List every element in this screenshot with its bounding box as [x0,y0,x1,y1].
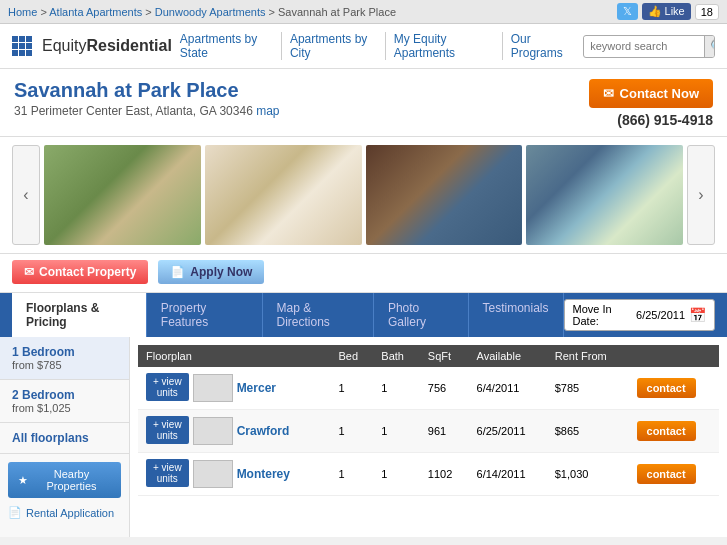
main-nav: Apartments by State Apartments by City M… [172,32,583,60]
view-units-btn-1[interactable]: + viewunits [146,373,189,401]
row1-available: 6/4/2011 [469,367,547,410]
property-info: Savannah at Park Place 31 Perimeter Cent… [0,69,727,137]
tab-map-directions[interactable]: Map & Directions [263,293,374,337]
calendar-icon: 📅 [689,307,706,323]
row2-bed: 1 [331,410,374,453]
property-address: 31 Perimeter Center East, Atlanta, GA 30… [14,104,280,118]
contact-btn-2[interactable]: contact [637,421,696,441]
col-available: Available [469,345,547,367]
logo: EquityResidential [12,36,172,56]
row1-bath: 1 [373,367,420,410]
floorplan-link-2[interactable]: Crawford [237,424,290,438]
row2-rent: $865 [547,410,629,453]
nav-by-city[interactable]: Apartments by City [282,32,386,60]
contact-property-button[interactable]: ✉ Contact Property [12,260,148,284]
header: EquityResidential Apartments by State Ap… [0,24,727,69]
gallery-strip: ‹ › [0,137,727,254]
move-in-date-box[interactable]: Move In Date: 6/25/2011 📅 [564,299,715,331]
move-in-date: 6/25/2011 [636,309,685,321]
breadcrumb-current: Savannah at Park Place [278,6,396,18]
nearby-properties-button[interactable]: ★ Nearby Properties [8,462,121,498]
col-sqft: SqFt [420,345,469,367]
row3-available: 6/14/2011 [469,453,547,496]
phone-number: (866) 915-4918 [589,112,713,128]
row1-bed: 1 [331,367,374,410]
row2-sqft: 961 [420,410,469,453]
apply-icon: 📄 [170,265,185,279]
sidebar-item-1bedroom-title: 1 Bedroom [12,345,117,359]
floorplan-link-3[interactable]: Monterey [237,467,290,481]
col-bath: Bath [373,345,420,367]
gallery-image-2[interactable] [205,145,362,245]
gallery-image-1[interactable] [44,145,201,245]
row2-bath: 1 [373,410,420,453]
property-title: Savannah at Park Place [14,79,280,102]
tabs-bar: Floorplans & Pricing Property Features M… [0,293,727,337]
tabs: Floorplans & Pricing Property Features M… [12,293,564,337]
row1-floorplan: + viewunits Mercer [138,367,331,410]
sidebar-item-all-floorplans[interactable]: All floorplans [0,423,129,454]
tab-testimonials[interactable]: Testimonials [469,293,564,337]
contact-now-button[interactable]: ✉ Contact Now [589,79,713,108]
apply-now-button[interactable]: 📄 Apply Now [158,260,264,284]
twitter-button[interactable]: 𝕏 [617,3,638,20]
col-bed: Bed [331,345,374,367]
gallery-prev-arrow[interactable]: ‹ [12,145,40,245]
floorplan-link-1[interactable]: Mercer [237,381,276,395]
gallery-images [44,145,683,245]
row2-contact: contact [629,410,719,453]
envelope-icon: ✉ [603,86,614,101]
gallery-image-3[interactable] [366,145,523,245]
tab-photo-gallery[interactable]: Photo Gallery [374,293,469,337]
row1-rent: $785 [547,367,629,410]
row3-sqft: 1102 [420,453,469,496]
rental-application-link[interactable]: 📄 Rental Application [8,506,121,519]
tab-property-features[interactable]: Property Features [147,293,263,337]
top-bar: Home > Atlanta Apartments > Dunwoody Apa… [0,0,727,24]
search-box: 🔍 [583,35,715,58]
table-area: Floorplan Bed Bath SqFt Available Rent F… [130,337,727,537]
row1-contact: contact [629,367,719,410]
star-icon: ★ [18,474,28,487]
logo-text: EquityResidential [42,37,172,55]
sidebar-item-1bedroom[interactable]: 1 Bedroom from $785 [0,337,129,380]
view-units-btn-3[interactable]: + viewunits [146,459,189,487]
gallery-image-4[interactable] [526,145,683,245]
sidebar-item-2bedroom[interactable]: 2 Bedroom from $1,025 [0,380,129,423]
row3-floorplan: + viewunits Monterey [138,453,331,496]
main-content: 1 Bedroom from $785 2 Bedroom from $1,02… [0,337,727,537]
nav-my-equity[interactable]: My Equity Apartments [386,32,503,60]
row2-available: 6/25/2011 [469,410,547,453]
rental-icon: 📄 [8,506,22,519]
sidebar-item-2bedroom-title: 2 Bedroom [12,388,117,402]
sidebar-item-1bedroom-sub: from $785 [12,359,117,371]
col-action [629,345,719,367]
sidebar: 1 Bedroom from $785 2 Bedroom from $1,02… [0,337,130,537]
move-in-label: Move In Date: [573,303,633,327]
row3-rent: $1,030 [547,453,629,496]
breadcrumb-atlanta[interactable]: Atlanta Apartments [49,6,142,18]
search-button[interactable]: 🔍 [704,36,715,57]
col-floorplan: Floorplan [138,345,331,367]
nav-programs[interactable]: Our Programs [503,32,584,60]
like-count: 18 [695,4,719,20]
floorplan-table: Floorplan Bed Bath SqFt Available Rent F… [138,345,719,496]
nav-by-state[interactable]: Apartments by State [172,32,282,60]
view-units-btn-2[interactable]: + viewunits [146,416,189,444]
contact-btn-1[interactable]: contact [637,378,696,398]
like-button[interactable]: 👍 Like [642,3,691,20]
search-input[interactable] [584,37,704,55]
map-link[interactable]: map [256,104,279,118]
row2-floorplan: + viewunits Crawford [138,410,331,453]
row3-bed: 1 [331,453,374,496]
contact-btn-3[interactable]: contact [637,464,696,484]
gallery-next-arrow[interactable]: › [687,145,715,245]
thumbnail-2 [193,417,233,445]
social-buttons: 𝕏 👍 Like 18 [617,3,720,20]
logo-grid-icon [12,36,32,56]
tab-floorplans[interactable]: Floorplans & Pricing [12,293,147,337]
table-row: + viewunits Crawford 1 1 961 6/25/2011 $… [138,410,719,453]
table-row: + viewunits Mercer 1 1 756 6/4/2011 $785… [138,367,719,410]
breadcrumb-dunwoody[interactable]: Dunwoody Apartments [155,6,266,18]
breadcrumb-home[interactable]: Home [8,6,37,18]
